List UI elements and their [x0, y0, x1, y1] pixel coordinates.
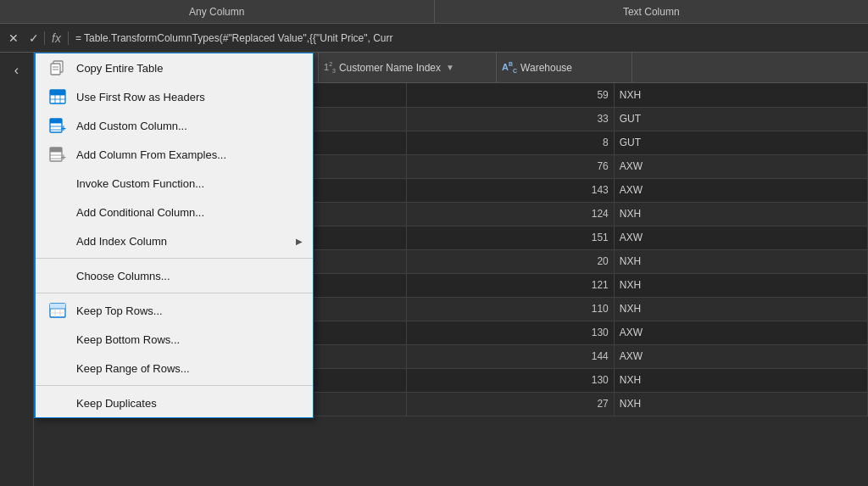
menu-item-keep-top-rows[interactable]: Keep Top Rows... [36, 296, 313, 325]
choose-cols-icon [46, 267, 70, 284]
index-cell: 144 [406, 344, 614, 368]
menu-item-keep-range-rows[interactable]: Keep Range of Rows... [36, 354, 313, 383]
index-cell: 130 [406, 321, 614, 344]
index-cell: 110 [406, 297, 614, 321]
warehouse-cell: NXH [614, 202, 867, 226]
separator-2 [36, 293, 313, 293]
keep-bottom-label: Keep Bottom Rows... [76, 333, 303, 346]
menu-item-copy-table[interactable]: Copy Entire Table [36, 53, 313, 82]
menu-item-add-custom-column[interactable]: + Add Custom Column... [36, 111, 313, 140]
index-cell: 20 [406, 249, 614, 273]
abc-icon-2: ABC [502, 61, 517, 74]
choose-cols-label: Choose Columns... [76, 270, 303, 282]
index-cell: 121 [406, 273, 614, 297]
warehouse-cell: GUT [614, 107, 867, 131]
menu-item-keep-duplicates[interactable]: Keep Duplicates [36, 388, 313, 417]
top-bar: Any Column Text Column [0, 0, 868, 24]
index-cell: 27 [406, 392, 614, 416]
add-index-label: Add Index Column [76, 235, 296, 248]
add-index-icon [46, 232, 70, 249]
main-area: ‹ ▼ ABC Order Number ▼ [0, 53, 868, 486]
add-col-examples-icon: + [46, 146, 70, 163]
customer-index-dropdown[interactable]: ▼ [446, 63, 454, 72]
add-conditional-label: Add Conditional Column... [76, 206, 303, 219]
warehouse-cell: NXH [614, 368, 867, 392]
keep-top-label: Keep Top Rows... [76, 304, 303, 317]
index-cell: 76 [406, 154, 614, 178]
first-row-headers-label: Use First Row as Headers [76, 91, 303, 103]
warehouse-cell: AXW [614, 344, 867, 368]
index-cell: 143 [406, 178, 614, 202]
warehouse-cell: NXH [614, 249, 867, 273]
sidebar: ‹ [0, 53, 34, 486]
warehouse-cell: NXH [614, 297, 867, 321]
formula-bar: ✕ ✓ fx = Table.TransformColumnTypes(#"Re… [0, 24, 868, 53]
formula-cancel-button[interactable]: ✕ [3, 24, 24, 52]
123-icon: 123 [324, 61, 336, 74]
index-cell: 8 [406, 131, 614, 154]
separator-3 [36, 385, 313, 386]
index-cell: 130 [406, 368, 614, 392]
add-custom-col-icon: + [46, 117, 70, 134]
formula-confirm-button[interactable]: ✓ [24, 24, 44, 52]
svg-rect-23 [50, 119, 62, 123]
svg-rect-35 [50, 304, 65, 309]
index-cell: 59 [406, 83, 614, 107]
menu-item-add-col-examples[interactable]: + Add Column From Examples... [36, 140, 313, 169]
warehouse-cell: NXH [614, 273, 867, 297]
svg-rect-29 [50, 148, 62, 152]
index-cell: 33 [406, 107, 614, 131]
col-warehouse-label: Warehouse [520, 62, 572, 74]
add-conditional-icon [46, 204, 70, 221]
keep-bottom-icon [46, 331, 70, 348]
add-col-examples-label: Add Column From Examples... [76, 148, 303, 161]
first-row-headers-icon [46, 88, 70, 105]
menu-item-add-index-col[interactable]: Add Index Column ▶ [36, 226, 313, 255]
invoke-func-label: Invoke Custom Function... [76, 177, 303, 190]
fx-label: fx [44, 31, 69, 45]
menu-item-invoke-custom-func[interactable]: Invoke Custom Function... [36, 169, 313, 198]
warehouse-cell: AXW [614, 321, 867, 344]
keep-range-label: Keep Range of Rows... [76, 362, 303, 375]
svg-text:+: + [61, 153, 66, 162]
warehouse-cell: NXH [614, 83, 867, 107]
warehouse-cell: GUT [614, 131, 867, 154]
index-cell: 151 [406, 226, 614, 249]
col-customer-name-index[interactable]: 123 Customer Name Index ▼ [319, 53, 497, 82]
menu-item-add-conditional-col[interactable]: Add Conditional Column... [36, 198, 313, 226]
warehouse-cell: AXW [614, 178, 867, 202]
warehouse-cell: NXH [614, 392, 867, 416]
svg-rect-17 [50, 90, 65, 95]
menu-item-choose-columns[interactable]: Choose Columns... [36, 261, 313, 290]
menu-item-keep-bottom-rows[interactable]: Keep Bottom Rows... [36, 325, 313, 354]
text-column-tab[interactable]: Text Column [435, 0, 869, 23]
add-custom-col-label: Add Custom Column... [76, 120, 303, 132]
menu-item-first-row-headers[interactable]: Use First Row as Headers [36, 82, 313, 111]
warehouse-cell: AXW [614, 226, 867, 249]
keep-dup-icon [46, 394, 70, 411]
warehouse-cell: AXW [614, 154, 867, 178]
table-area: ▼ ABC Order Number ▼ Order Date ▼ 123 Cu… [34, 53, 868, 486]
col-warehouse[interactable]: ABC Warehouse [497, 53, 632, 82]
separator-1 [36, 258, 313, 259]
col-customer-name-index-label: Customer Name Index [339, 62, 441, 74]
copy-table-label: Copy Entire Table [76, 62, 303, 75]
formula-text: = Table.TransformColumnTypes(#"Replaced … [69, 32, 865, 44]
keep-top-icon [46, 302, 70, 319]
keep-range-icon [46, 360, 70, 377]
index-cell: 124 [406, 202, 614, 226]
invoke-func-icon [46, 175, 70, 192]
keep-dup-label: Keep Duplicates [76, 397, 303, 410]
sidebar-collapse-button[interactable]: ‹ [11, 59, 22, 81]
copy-icon [46, 59, 70, 76]
any-column-tab[interactable]: Any Column [0, 0, 435, 23]
context-menu: Copy Entire Table Use First Row as Heade… [34, 53, 314, 418]
add-index-submenu-arrow: ▶ [296, 237, 303, 246]
svg-text:+: + [61, 124, 66, 133]
